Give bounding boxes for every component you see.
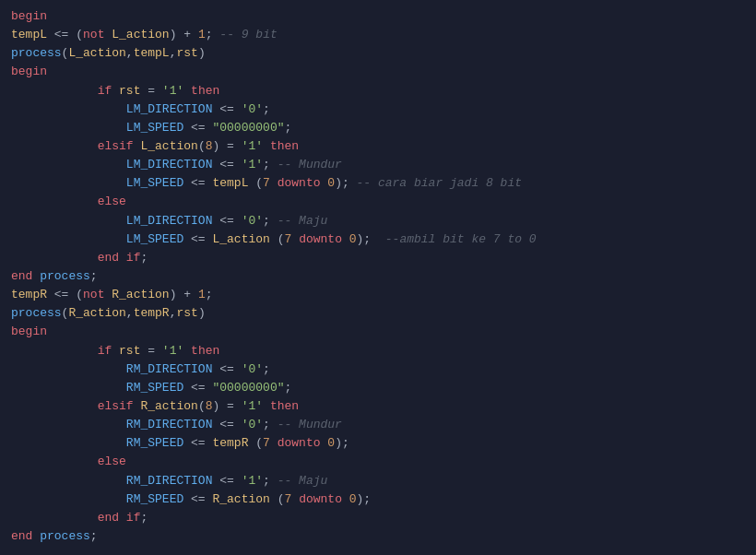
code-token-num: 0	[327, 176, 335, 190]
code-token-plain	[11, 139, 98, 153]
code-token-plain: ;	[263, 474, 278, 488]
code-token-str: '1'	[242, 158, 263, 171]
code-line: RM_DIRECTION <= '1'; -- Maju	[11, 472, 745, 490]
code-token-cmt: -- Maju	[278, 214, 328, 228]
code-token-id: L_action	[140, 139, 197, 153]
code-line: if rst = '1' then	[11, 82, 745, 100]
code-token-plain	[11, 121, 126, 135]
code-token-plain	[342, 232, 349, 246]
code-line: LM_SPEED <= L_action (7 downto 0); --amb…	[11, 230, 745, 249]
code-token-id-blue: LM_DIRECTION	[126, 158, 213, 171]
code-token-plain: <=	[183, 176, 212, 190]
code-token-str: '1'	[242, 399, 263, 413]
code-token-id-blue: LM_DIRECTION	[126, 102, 213, 116]
code-token-plain: =	[140, 84, 161, 98]
code-token-plain: <=	[212, 102, 241, 116]
code-token-plain	[119, 511, 126, 525]
code-token-kw: elsif	[98, 399, 134, 413]
code-token-plain: (	[248, 176, 263, 190]
code-token-plain: <= (	[47, 288, 83, 301]
code-token-fn: process	[11, 306, 62, 320]
code-token-str: '1'	[162, 344, 183, 358]
code-token-plain	[291, 232, 299, 246]
code-line: process(L_action,tempL,rst)	[11, 44, 745, 63]
code-token-kw: end	[98, 251, 119, 265]
code-token-cmt: -- Mundur	[278, 158, 342, 171]
code-token-kw: begin	[11, 325, 47, 338]
code-token-plain: );	[357, 232, 385, 246]
code-token-plain: ;	[140, 511, 148, 525]
code-token-plain: ) =	[213, 399, 242, 413]
code-token-plain: <=	[212, 362, 241, 376]
code-token-plain	[11, 511, 98, 525]
code-token-id: L_action	[212, 232, 269, 246]
code-line: tempL <= (not L_action) + 1; -- 9 bit	[11, 26, 745, 44]
code-token-id: L_action	[112, 28, 169, 41]
code-line: end process;	[11, 267, 745, 286]
code-token-plain: ,	[126, 306, 134, 320]
code-line: end if;	[11, 249, 745, 267]
code-token-id: rst	[119, 344, 140, 358]
code-token-plain	[270, 176, 278, 190]
code-line: elsif L_action(8) = '1' then	[11, 137, 745, 156]
code-token-id-blue: LM_SPEED	[126, 121, 183, 135]
code-token-plain: );	[335, 176, 356, 190]
code-line: RM_DIRECTION <= '0';	[11, 360, 745, 379]
code-token-id-blue: RM_SPEED	[126, 381, 183, 395]
code-token-str: '0'	[242, 214, 263, 228]
code-token-kw: else	[98, 455, 126, 468]
code-token-num: 1	[198, 28, 206, 41]
code-token-kw: downto	[278, 436, 321, 450]
code-token-kw: then	[191, 344, 219, 358]
code-token-plain: =	[140, 344, 161, 358]
code-token-plain: <=	[183, 232, 212, 246]
code-line: else	[11, 193, 745, 211]
code-token-plain: );	[335, 436, 349, 450]
code-token-plain	[112, 84, 119, 98]
code-token-plain	[11, 362, 126, 376]
code-token-kw: elsif	[98, 139, 134, 153]
code-token-kw: end	[11, 269, 32, 283]
code-line: LM_DIRECTION <= '0';	[11, 100, 745, 119]
code-token-id: R_action	[212, 492, 269, 506]
code-token-plain: <=	[212, 474, 241, 488]
code-token-plain: (	[270, 492, 285, 506]
code-line: begin	[11, 323, 745, 341]
code-line: LM_SPEED <= tempL (7 downto 0); -- cara …	[11, 174, 745, 193]
code-token-id: rst	[176, 306, 197, 320]
code-token-cmt: -- Maju	[278, 474, 328, 488]
code-token-num: 7	[263, 176, 270, 190]
code-token-plain	[11, 399, 98, 413]
code-token-str: '1'	[242, 474, 263, 488]
code-token-num: 0	[349, 492, 357, 506]
code-token-num: 8	[206, 399, 213, 413]
code-token-id: tempL	[212, 176, 248, 190]
code-token-kw: begin	[11, 65, 47, 78]
code-token-kw: downto	[278, 176, 321, 190]
code-token-plain: ;	[90, 529, 98, 543]
code-token-plain	[119, 251, 126, 265]
code-token-fn: process	[40, 529, 90, 543]
code-line: end if;	[11, 509, 745, 527]
code-token-kw: if	[98, 344, 112, 358]
code-line: else	[11, 453, 745, 471]
code-token-id-blue: RM_DIRECTION	[126, 362, 213, 376]
code-token-plain	[11, 232, 126, 246]
code-token-kw: then	[270, 139, 299, 153]
code-token-kw: downto	[299, 492, 342, 506]
code-token-plain: ;	[206, 28, 213, 41]
code-line: if rst = '1' then	[11, 342, 745, 360]
code-token-plain	[342, 492, 349, 506]
code-token-plain	[291, 492, 299, 506]
code-token-id-blue: LM_SPEED	[126, 232, 183, 246]
code-token-str: '0'	[242, 418, 263, 431]
code-token-plain: ;	[263, 158, 278, 171]
code-token-plain	[11, 214, 126, 228]
code-token-plain: <=	[212, 214, 241, 228]
code-token-cmt: --ambil bit ke 7 to 0	[385, 232, 537, 246]
code-token-kw: if	[98, 84, 112, 98]
code-token-id: R_action	[112, 288, 169, 301]
code-token-plain	[11, 436, 126, 450]
code-token-plain	[11, 455, 98, 468]
code-token-plain	[11, 176, 126, 190]
